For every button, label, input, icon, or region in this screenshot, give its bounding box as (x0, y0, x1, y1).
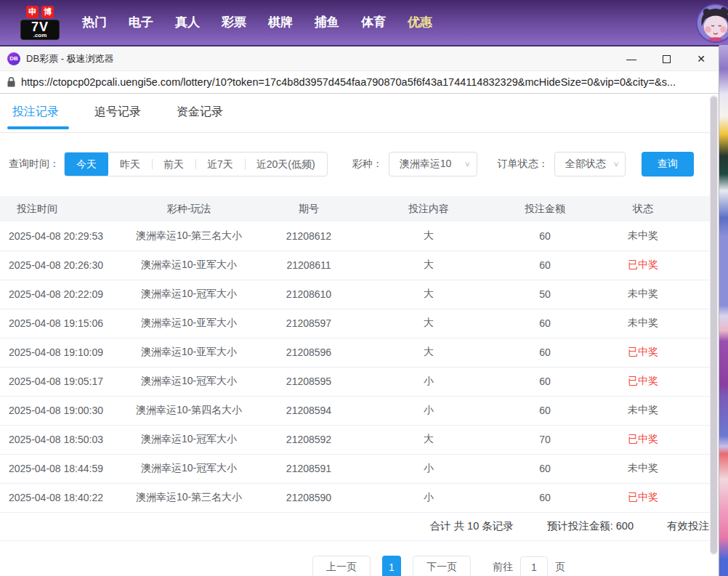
cell-status: 已中奖 (603, 338, 683, 367)
close-button[interactable]: ✕ (684, 46, 719, 71)
cell-bet-time: 2025-04-08 19:15:06 (0, 309, 131, 338)
page-content: 投注记录追号记录资金记录 查询时间： 今天昨天前天近7天近20天(低频) 彩种：… (0, 94, 711, 576)
lottery-select-value: 澳洲幸运10 (400, 158, 452, 171)
summary-total: 合计 共 10 条记录 (430, 519, 514, 533)
lottery-select[interactable]: 澳洲幸运10 ∨ (389, 152, 477, 177)
status-select[interactable]: 全部状态 ∨ (554, 152, 626, 177)
nav-item-彩票[interactable]: 彩票 (211, 0, 257, 45)
nav-item-棋牌[interactable]: 棋牌 (257, 0, 304, 45)
cell-bet-content: 大 (371, 222, 487, 251)
col-bet-amount: 投注金额 (487, 196, 603, 222)
current-page[interactable]: 1 (382, 556, 401, 576)
col-game-play: 彩种-玩法 (131, 196, 247, 222)
time-option-近20天(低频)[interactable]: 近20天(低频) (245, 153, 327, 176)
cell-game-play: 澳洲幸运10-亚军大小 (131, 338, 247, 367)
goto-page-group: 前往 页 (493, 556, 565, 576)
cell-bet-content: 小 (371, 483, 487, 512)
user-avatar[interactable] (696, 4, 728, 43)
search-button[interactable]: 查询 (642, 152, 694, 177)
cell-issue: 21208590 (247, 483, 371, 512)
summary-row: 合计 共 10 条记录 预计投注金额: 600 有效投注金额 (0, 513, 711, 541)
chevron-down-icon: ∨ (464, 160, 471, 168)
lottery-filter-label: 彩种： (352, 158, 383, 171)
cell-bet-content: 小 (371, 367, 487, 396)
url-text[interactable]: https://ctopcp02pcali.uengi5e.com/lotter… (21, 76, 676, 88)
time-option-今天[interactable]: 今天 (65, 152, 108, 177)
time-option-近7天[interactable]: 近7天 (195, 153, 245, 176)
cell-bet-amount: 60 (487, 396, 603, 425)
cell-bet-content: 大 (371, 425, 487, 454)
cell-status: 已中奖 (603, 425, 683, 454)
cell-bet-time: 2025-04-08 20:22:09 (0, 280, 131, 309)
site-favicon-icon: DB (7, 52, 20, 65)
cell-bet-time: 2025-04-08 20:29:53 (0, 222, 131, 251)
nav-item-热门[interactable]: 热门 (71, 0, 118, 45)
nav-item-优惠[interactable]: 优惠 (397, 0, 443, 45)
filter-bar: 查询时间： 今天昨天前天近7天近20天(低频) 彩种： 澳洲幸运10 ∨ 订单状… (9, 152, 711, 177)
scrollbar[interactable] (710, 95, 718, 555)
table-body: 2025-04-08 20:29:53澳洲幸运10-第三名大小21208612大… (0, 222, 711, 512)
logo-com-text: .com (23, 33, 57, 38)
status-filter-label: 订单状态： (498, 158, 549, 171)
avatar-illustration (697, 5, 728, 41)
cell-bet-time: 2025-04-08 19:00:30 (0, 396, 131, 425)
minimize-button[interactable]: — (614, 46, 649, 71)
prev-page-button[interactable]: 上一页 (312, 556, 371, 576)
cell-game-play: 澳洲幸运10-冠军大小 (131, 280, 247, 309)
nav-item-电子[interactable]: 电子 (118, 0, 164, 45)
cell-bet-amount: 60 (487, 222, 603, 251)
cell-issue: 21208597 (247, 309, 371, 338)
cell-issue: 21208595 (247, 367, 371, 396)
summary-valid-amount: 有效投注金额 (667, 519, 711, 533)
goto-page-input[interactable] (520, 556, 548, 576)
table-row: 2025-04-08 19:10:09澳洲幸运10-亚军大小21208596大6… (0, 338, 711, 367)
time-option-前天[interactable]: 前天 (152, 153, 195, 176)
record-tabs: 投注记录追号记录资金记录 (0, 94, 711, 133)
browser-titlebar: DB DB彩票 - 极速浏览器 — ✕ (0, 46, 719, 71)
table-row: 2025-04-08 18:50:03澳洲幸运10-冠军大小21208592大7… (0, 425, 711, 454)
tab-追号记录[interactable]: 追号记录 (94, 105, 141, 132)
cell-status: 未中奖 (603, 280, 683, 309)
logo-badges: 申 博 (20, 6, 60, 18)
cell-game-play: 澳洲幸运10-第四名大小 (131, 396, 247, 425)
tab-投注记录[interactable]: 投注记录 (12, 105, 59, 132)
col-issue: 期号 (247, 196, 371, 222)
next-page-button[interactable]: 下一页 (413, 556, 471, 576)
browser-urlbar: https://ctopcp02pcali.uengi5e.com/lotter… (0, 71, 719, 94)
site-logo[interactable]: 申 博 7V .com (20, 6, 60, 40)
cell-bet-time: 2025-04-08 20:26:30 (0, 251, 131, 280)
table-row: 2025-04-08 18:44:59澳洲幸运10-冠军大小21208591小6… (0, 454, 711, 483)
cell-status: 已中奖 (603, 251, 683, 280)
bet-records-table: 投注时间 彩种-玩法 期号 投注内容 投注金额 状态 2025-04-08 20… (0, 196, 711, 513)
cell-issue: 21208594 (247, 396, 371, 425)
tab-资金记录[interactable]: 资金记录 (177, 105, 223, 132)
maximize-icon (663, 55, 671, 63)
window-controls: — ✕ (614, 46, 719, 71)
cell-bet-amount: 60 (487, 338, 603, 367)
cell-status: 已中奖 (603, 483, 683, 512)
nav-item-捕鱼[interactable]: 捕鱼 (304, 0, 350, 45)
col-bet-content: 投注内容 (371, 196, 487, 222)
cell-bet-content: 大 (371, 309, 487, 338)
cell-game-play: 澳洲幸运10-冠军大小 (131, 367, 247, 396)
maximize-button[interactable] (649, 46, 684, 71)
lock-icon (7, 77, 15, 87)
cell-bet-amount: 60 (487, 309, 603, 338)
time-filter-label: 查询时间： (9, 158, 60, 171)
time-option-昨天[interactable]: 昨天 (108, 153, 152, 176)
cell-bet-time: 2025-04-08 19:10:09 (0, 338, 131, 367)
cell-status: 未中奖 (603, 309, 683, 338)
table-row: 2025-04-08 20:29:53澳洲幸运10-第三名大小21208612大… (0, 222, 711, 251)
logo-7v-text: 7V (23, 21, 57, 33)
cell-issue: 21208592 (247, 425, 371, 454)
nav-item-真人[interactable]: 真人 (164, 0, 211, 45)
cell-issue: 21208596 (247, 338, 371, 367)
scrollbar-thumb[interactable] (711, 97, 717, 553)
nav-item-体育[interactable]: 体育 (350, 0, 397, 45)
cell-issue: 21208611 (247, 251, 371, 280)
cell-game-play: 澳洲幸运10-亚军大小 (131, 309, 247, 338)
screen: 申 博 7V .com 热门电子真人彩票棋牌捕鱼体育优惠 (0, 0, 728, 576)
cell-bet-content: 小 (371, 396, 487, 425)
cell-bet-time: 2025-04-08 18:50:03 (0, 425, 131, 454)
cell-bet-content: 大 (371, 251, 487, 280)
